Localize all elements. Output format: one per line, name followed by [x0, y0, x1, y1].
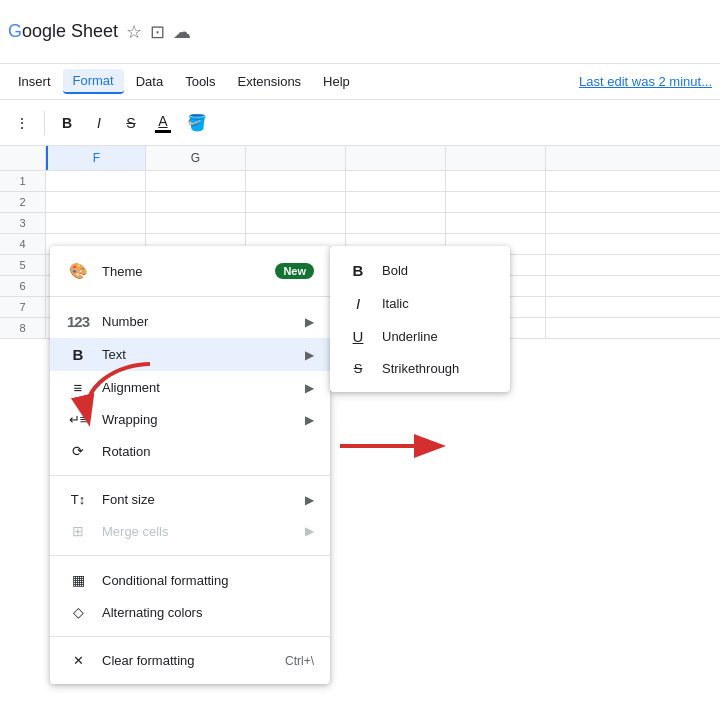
conditional-label: Conditional formatting: [102, 573, 314, 588]
strikethrough-label: Strikethrough: [382, 361, 459, 376]
text-label: Text: [102, 347, 305, 362]
alt-colors-label: Alternating colors: [102, 605, 314, 620]
font-size-arrow-icon: ▶: [305, 493, 314, 507]
format-dropdown-menu: 🎨 Theme New 123 Number ▶ B Text ▶ ≡ Alig…: [50, 246, 330, 684]
app-title: Google Sheet: [8, 21, 118, 42]
text-submenu-italic[interactable]: I Italic: [330, 287, 510, 320]
cloud-icon[interactable]: ☁: [173, 21, 191, 43]
menu-extensions[interactable]: Extensions: [228, 70, 312, 93]
text-bold-icon: B: [66, 346, 90, 363]
toolbar-underline-btn[interactable]: A: [149, 111, 177, 135]
toolbar: ⋮ B I S A 🪣: [0, 100, 720, 146]
folder-icon[interactable]: ⊡: [150, 21, 165, 43]
number-icon: 123: [66, 313, 90, 330]
format-menu-item-merge-cells[interactable]: ⊞ Merge cells ▶: [50, 515, 330, 547]
text-submenu-bold[interactable]: B Bold: [330, 254, 510, 287]
toolbar-italic-btn[interactable]: I: [85, 109, 113, 137]
wrapping-label: Wrapping: [102, 412, 305, 427]
clear-fmt-shortcut: Ctrl+\: [285, 654, 314, 668]
alignment-icon: ≡: [66, 379, 90, 396]
underline-bar: [155, 130, 171, 133]
number-label: Number: [102, 314, 305, 329]
alt-colors-icon: ◇: [66, 604, 90, 620]
font-size-icon: T↕: [66, 492, 90, 507]
col-header-g[interactable]: G: [146, 146, 246, 170]
menu-format[interactable]: Format: [63, 69, 124, 94]
table-row: 2: [0, 192, 720, 213]
format-menu-item-font-size[interactable]: T↕ Font size ▶: [50, 484, 330, 515]
underline-icon: U: [346, 328, 370, 345]
format-menu-item-number[interactable]: 123 Number ▶: [50, 305, 330, 338]
bold-label: Bold: [382, 263, 408, 278]
annotation-arrow-2: [330, 416, 450, 476]
top-bar: Google Sheet ☆ ⊡ ☁: [0, 0, 720, 64]
format-menu-item-wrapping[interactable]: ↵≡ Wrapping ▶: [50, 404, 330, 435]
format-menu-item-theme[interactable]: 🎨 Theme New: [50, 254, 330, 288]
col-header-h[interactable]: [246, 146, 346, 170]
toolbar-strikethrough-btn[interactable]: S: [117, 109, 145, 137]
title-icons: ☆ ⊡ ☁: [126, 21, 191, 43]
rotation-label: Rotation: [102, 444, 314, 459]
merge-cells-icon: ⊞: [66, 523, 90, 539]
toolbar-paint-btn[interactable]: 🪣: [181, 109, 213, 137]
format-menu-item-clear[interactable]: ✕ Clear formatting Ctrl+\: [50, 645, 330, 676]
rotation-icon: ⟳: [66, 443, 90, 459]
strikethrough-icon: S: [346, 361, 370, 376]
underline-label: Underline: [382, 329, 438, 344]
menu-help[interactable]: Help: [313, 70, 360, 93]
underline-label: A: [158, 113, 167, 129]
text-submenu-strikethrough[interactable]: S Strikethrough: [330, 353, 510, 384]
theme-label: Theme: [102, 264, 275, 279]
col-header-f[interactable]: F: [46, 146, 146, 170]
format-menu-item-conditional[interactable]: ▦ Conditional formatting: [50, 564, 330, 596]
format-menu-item-alt-colors[interactable]: ◇ Alternating colors: [50, 596, 330, 628]
format-menu-item-alignment[interactable]: ≡ Alignment ▶: [50, 371, 330, 404]
menu-insert[interactable]: Insert: [8, 70, 61, 93]
toolbar-divider-1: [44, 111, 45, 135]
merge-cells-arrow-icon: ▶: [305, 524, 314, 538]
format-menu-item-text[interactable]: B Text ▶: [50, 338, 330, 371]
theme-icon: 🎨: [66, 262, 90, 280]
italic-label: Italic: [382, 296, 409, 311]
menu-divider-4: [50, 636, 330, 637]
clear-fmt-label: Clear formatting: [102, 653, 285, 668]
text-submenu: B Bold I Italic U Underline S Strikethro…: [330, 246, 510, 392]
col-header-j[interactable]: [446, 146, 546, 170]
table-row: 1: [0, 171, 720, 192]
bold-icon: B: [346, 262, 370, 279]
spreadsheet-grid: F G 1 2 3 4 5 6 7 8 🎨 Theme New 123 Numb…: [0, 146, 720, 708]
text-submenu-underline[interactable]: U Underline: [330, 320, 510, 353]
last-edit-text[interactable]: Last edit was 2 minut...: [579, 74, 712, 89]
number-arrow-icon: ▶: [305, 315, 314, 329]
toolbar-more-btn[interactable]: ⋮: [8, 109, 36, 137]
italic-icon: I: [346, 295, 370, 312]
menu-divider-3: [50, 555, 330, 556]
menu-data[interactable]: Data: [126, 70, 173, 93]
new-badge: New: [275, 263, 314, 279]
menu-divider-1: [50, 296, 330, 297]
menu-divider-2: [50, 475, 330, 476]
wrapping-arrow-icon: ▶: [305, 413, 314, 427]
clear-fmt-icon: ✕: [66, 653, 90, 668]
column-headers: F G: [0, 146, 720, 171]
format-menu-item-rotation[interactable]: ⟳ Rotation: [50, 435, 330, 467]
alignment-label: Alignment: [102, 380, 305, 395]
text-arrow-icon: ▶: [305, 348, 314, 362]
star-icon[interactable]: ☆: [126, 21, 142, 43]
alignment-arrow-icon: ▶: [305, 381, 314, 395]
wrapping-icon: ↵≡: [66, 412, 90, 427]
conditional-icon: ▦: [66, 572, 90, 588]
menu-bar: Insert Format Data Tools Extensions Help…: [0, 64, 720, 100]
toolbar-bold-btn[interactable]: B: [53, 109, 81, 137]
font-size-label: Font size: [102, 492, 305, 507]
table-row: 3: [0, 213, 720, 234]
col-header-i[interactable]: [346, 146, 446, 170]
menu-tools[interactable]: Tools: [175, 70, 225, 93]
row-num-header: [0, 146, 46, 170]
merge-cells-label: Merge cells: [102, 524, 305, 539]
